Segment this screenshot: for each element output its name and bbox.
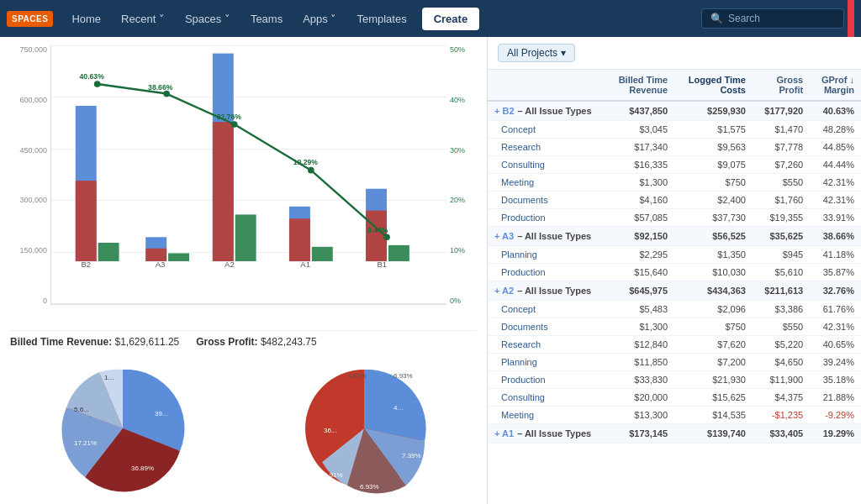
gp-cell: $4,375 [753, 389, 810, 407]
ltc-cell: $56,525 [674, 227, 753, 246]
btr-cell: $12,840 [605, 336, 674, 354]
issue-name-cell: Research [488, 139, 605, 156]
btr-cell: $20,000 [605, 389, 674, 407]
ltc-cell: $434,363 [674, 281, 753, 301]
svg-text:17.21%: 17.21% [74, 439, 97, 447]
ltc-cell: $139,740 [674, 424, 753, 444]
expand-button[interactable]: + A2 [494, 286, 514, 296]
navbar: SPACES Home Recent ˅ Spaces ˅ Teams Apps… [0, 0, 861, 37]
gpm-cell: 61.76% [810, 301, 861, 318]
gp-cell: $211,613 [753, 281, 810, 301]
svg-text:36.89%: 36.89% [131, 465, 154, 472]
gp-cell: $5,610 [753, 264, 810, 281]
gp-cell: $1,470 [753, 121, 810, 139]
issue-name-cell: Planning [488, 354, 605, 371]
expand-button[interactable]: + A3 [494, 231, 514, 241]
pie-charts-row: 39... 36.89% 17.21% 5.6... 1... [10, 353, 477, 504]
gp-cell: $1,760 [753, 192, 810, 209]
table-row: Planning $11,850 $7,200 $4,650 39.24% [488, 354, 861, 371]
ltc-cell: $750 [674, 174, 753, 192]
data-table: Billed TimeRevenue Logged TimeCosts Gros… [488, 70, 861, 444]
btr-cell: $16,335 [605, 156, 674, 174]
table-row: Meeting $1,300 $750 $550 42.31% [488, 174, 861, 192]
btr-cell: $92,150 [605, 227, 674, 246]
gpm-cell: 35.87% [810, 264, 861, 281]
gp-cell: $550 [753, 318, 810, 336]
main-content: 750,000 600,000 450,000 300,000 150,000 … [0, 37, 861, 504]
table-row: Concept $5,483 $2,096 $3,386 61.76% [488, 301, 861, 318]
chart-gridlines [51, 45, 446, 304]
gpm-cell: 42.31% [810, 192, 861, 209]
btr-cell: $2,295 [605, 246, 674, 264]
search-icon: 🔍 [710, 13, 723, 24]
nav-spaces[interactable]: Spaces ˅ [177, 8, 239, 30]
gp-cell: $3,386 [753, 301, 810, 318]
gp-cell: $11,900 [753, 371, 810, 389]
gpm-cell: -9.29% [810, 407, 861, 424]
expand-button[interactable]: + A1 [494, 428, 514, 438]
project-name-cell: + A1 – All Issue Types [488, 424, 605, 444]
gpm-cell: 42.31% [810, 318, 861, 336]
btr-cell: $15,640 [605, 264, 674, 281]
table-row: Consulting $20,000 $15,625 $4,375 21.88% [488, 389, 861, 407]
gpm-cell: 38.66% [810, 227, 861, 246]
table-row: Research $12,840 $7,620 $5,220 40.65% [488, 336, 861, 354]
gp-cell: $177,920 [753, 101, 810, 121]
nav-recent[interactable]: Recent ˅ [113, 8, 173, 30]
btr-cell: $13,300 [605, 407, 674, 424]
issue-name-cell: Consulting [488, 389, 605, 407]
col-name [488, 70, 605, 101]
nav-apps[interactable]: Apps ˅ [294, 8, 345, 30]
issue-name-cell: Concept [488, 301, 605, 318]
create-button[interactable]: Create [422, 8, 479, 30]
ltc-cell: $2,096 [674, 301, 753, 318]
gp-cell: -$1,235 [753, 407, 810, 424]
pie-chart-2: 4... 7.39% 6.93% 4.91% 36... 4.91% 6.93% [252, 361, 478, 496]
col-ltc[interactable]: Logged TimeCosts [674, 70, 753, 101]
ltc-cell: $2,400 [674, 192, 753, 209]
summary-row: Billed Time Revenue: $1,629,611.25 Gross… [10, 331, 477, 353]
issue-type-label: – All Issue Types [517, 286, 591, 296]
nav-templates[interactable]: Templates [348, 8, 415, 30]
nav-teams[interactable]: Teams [242, 8, 291, 30]
ltc-cell: $10,030 [674, 264, 753, 281]
table-row: + B2 – All Issue Types $437,850 $259,930… [488, 101, 861, 121]
ltc-cell: $1,575 [674, 121, 753, 139]
gp-cell: $550 [753, 174, 810, 192]
billed-revenue-summary: Billed Time Revenue: $1,629,611.25 [10, 336, 179, 348]
col-gp: GrossProfit [753, 70, 810, 101]
chart-area: 40.63% 38.66% 32.76% 19.29% 8.44% B2 A3 … [50, 45, 446, 305]
pie-svg-2: 4... 7.39% 6.93% 4.91% 36... 4.91% 6.93% [297, 361, 431, 496]
bar-chart: 750,000 600,000 450,000 300,000 150,000 … [10, 45, 477, 331]
ltc-cell: $7,200 [674, 354, 753, 371]
svg-text:7.39%: 7.39% [402, 452, 421, 459]
gpm-cell: 44.85% [810, 139, 861, 156]
col-gpm[interactable]: GProf ↓Margin [810, 70, 861, 101]
gpm-cell: 21.88% [810, 389, 861, 407]
svg-text:6.93%: 6.93% [394, 372, 413, 380]
svg-text:4.91%: 4.91% [347, 372, 367, 380]
search-bar[interactable]: 🔍 [701, 8, 844, 29]
logo: SPACES [7, 11, 53, 27]
gpm-cell: 32.76% [810, 281, 861, 301]
issue-name-cell: Production [488, 264, 605, 281]
search-input[interactable] [728, 13, 835, 24]
corner-accent [848, 0, 854, 37]
issue-name-cell: Planning [488, 246, 605, 264]
gpm-cell: 19.29% [810, 424, 861, 444]
issue-type-label: – All Issue Types [518, 106, 592, 116]
issue-name-cell: Consulting [488, 156, 605, 174]
table-row: Consulting $16,335 $9,075 $7,260 44.44% [488, 156, 861, 174]
all-projects-filter[interactable]: All Projects ▾ [498, 44, 575, 62]
nav-home[interactable]: Home [63, 8, 109, 30]
issue-name-cell: Research [488, 336, 605, 354]
issue-type-label: – All Issue Types [517, 428, 591, 438]
left-panel: 750,000 600,000 450,000 300,000 150,000 … [0, 37, 488, 504]
btr-cell: $5,483 [605, 301, 674, 318]
project-filter: All Projects ▾ [488, 37, 861, 70]
expand-button[interactable]: + B2 [494, 106, 515, 116]
right-panel: All Projects ▾ Billed TimeRevenue Logged… [488, 37, 861, 504]
btr-cell: $57,085 [605, 209, 674, 227]
btr-cell: $645,975 [605, 281, 674, 301]
ltc-cell: $14,535 [674, 407, 753, 424]
